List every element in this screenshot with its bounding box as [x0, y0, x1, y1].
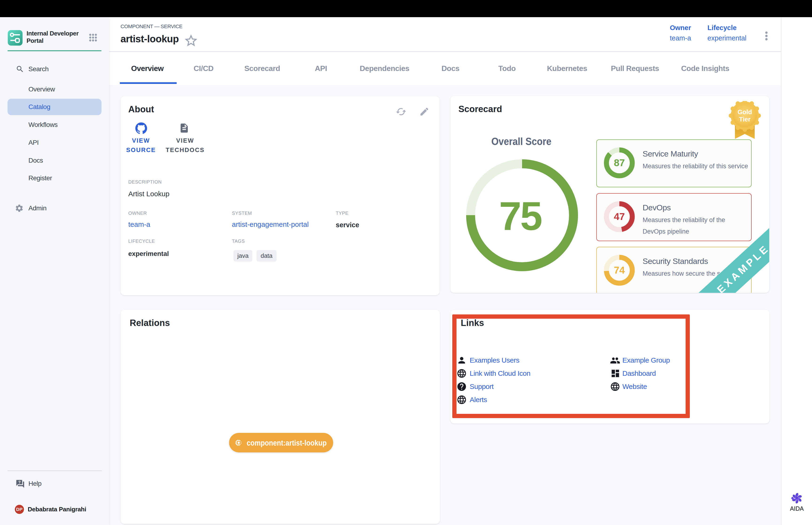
- svg-text:75: 75: [499, 193, 541, 238]
- svg-text:Tier: Tier: [739, 116, 751, 123]
- svg-text:Gold: Gold: [737, 108, 752, 116]
- svg-text:?: ?: [18, 480, 21, 484]
